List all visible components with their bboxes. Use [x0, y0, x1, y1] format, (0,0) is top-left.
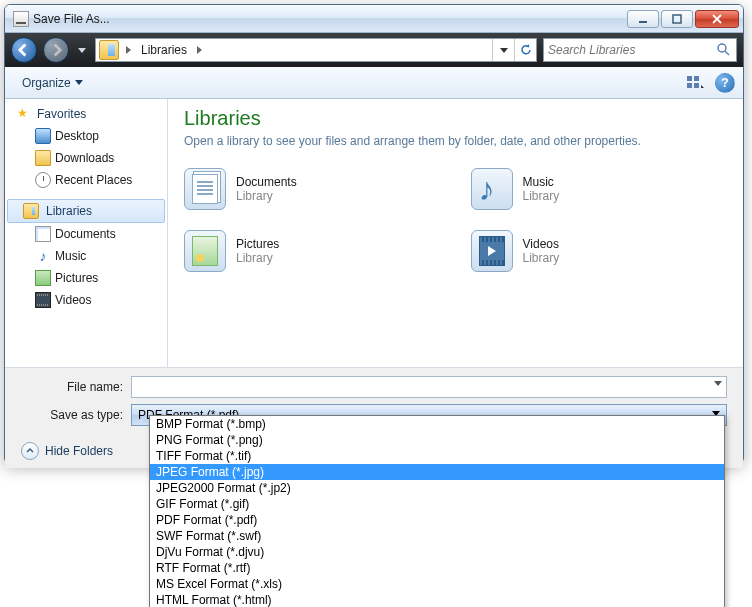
library-documents[interactable]: DocumentsLibrary: [184, 168, 441, 210]
library-videos[interactable]: VideosLibrary: [471, 230, 728, 272]
filename-input[interactable]: [131, 376, 727, 398]
dropdown-option[interactable]: JPEG Format (*.jpg): [150, 464, 724, 480]
videos-library-icon: [471, 230, 513, 272]
minimize-button[interactable]: [627, 10, 659, 28]
dropdown-option[interactable]: SWF Format (*.swf): [150, 528, 724, 544]
back-button[interactable]: [11, 37, 37, 63]
search-icon: [716, 42, 732, 58]
libraries-icon: [99, 40, 119, 60]
recent-icon: [35, 172, 51, 188]
desktop-icon: [35, 128, 51, 144]
forward-button[interactable]: [43, 37, 69, 63]
sidebar-item-recent[interactable]: Recent Places: [5, 169, 167, 191]
sidebar-item-documents[interactable]: Documents: [5, 223, 167, 245]
app-icon: [13, 11, 29, 27]
close-button[interactable]: [695, 10, 739, 28]
sidebar-libraries[interactable]: Libraries: [7, 199, 165, 223]
toolbar: Organize ?: [5, 67, 743, 99]
sidebar-item-music[interactable]: ♪Music: [5, 245, 167, 267]
search-input[interactable]: [548, 43, 716, 57]
dropdown-option[interactable]: GIF Format (*.gif): [150, 496, 724, 512]
sidebar-item-videos[interactable]: Videos: [5, 289, 167, 311]
dropdown-option[interactable]: HTML Format (*.html): [150, 592, 724, 607]
chevron-down-icon[interactable]: [714, 381, 722, 386]
save-file-dialog: Save File As... Libraries Organize: [4, 4, 744, 464]
folder-icon: [35, 150, 51, 166]
svg-rect-7: [694, 76, 699, 81]
documents-library-icon: [184, 168, 226, 210]
music-library-icon: ♪: [471, 168, 513, 210]
breadcrumb-arrow-icon[interactable]: [193, 43, 206, 57]
refresh-button[interactable]: [514, 39, 536, 61]
dropdown-option[interactable]: DjVu Format (*.djvu): [150, 544, 724, 560]
video-icon: [35, 292, 51, 308]
nav-history-button[interactable]: [75, 37, 89, 63]
help-button[interactable]: ?: [715, 73, 735, 93]
svg-point-4: [718, 44, 726, 52]
nav-bar: Libraries: [5, 33, 743, 67]
search-box[interactable]: [543, 38, 737, 62]
content-pane: Libraries Open a library to see your fil…: [168, 99, 743, 367]
breadcrumb-arrow-icon[interactable]: [122, 43, 135, 57]
svg-rect-9: [694, 83, 699, 88]
view-options-button[interactable]: [685, 72, 707, 94]
dropdown-option[interactable]: TIFF Format (*.tif): [150, 448, 724, 464]
dropdown-option[interactable]: RTF Format (*.rtf): [150, 560, 724, 576]
content-subtitle: Open a library to see your files and arr…: [184, 134, 727, 148]
star-icon: ★: [17, 106, 33, 122]
music-icon: ♪: [35, 248, 51, 264]
library-pictures[interactable]: PicturesLibrary: [184, 230, 441, 272]
library-music[interactable]: ♪ MusicLibrary: [471, 168, 728, 210]
svg-line-5: [725, 51, 729, 55]
hide-folders-button[interactable]: Hide Folders: [21, 442, 113, 460]
pictures-library-icon: [184, 230, 226, 272]
organize-button[interactable]: Organize: [13, 71, 92, 95]
dropdown-option[interactable]: PDF Format (*.pdf): [150, 512, 724, 528]
filename-label: File name:: [21, 380, 131, 394]
title-bar[interactable]: Save File As...: [5, 5, 743, 33]
window-title: Save File As...: [33, 12, 625, 26]
dropdown-option[interactable]: JPEG2000 Format (*.jp2): [150, 480, 724, 496]
maximize-button[interactable]: [661, 10, 693, 28]
address-dropdown-button[interactable]: [492, 39, 514, 61]
sidebar-item-desktop[interactable]: Desktop: [5, 125, 167, 147]
sidebar[interactable]: ★Favorites Desktop Downloads Recent Plac…: [5, 99, 168, 367]
content-heading: Libraries: [184, 107, 727, 130]
sidebar-item-pictures[interactable]: Pictures: [5, 267, 167, 289]
svg-rect-6: [687, 76, 692, 81]
dropdown-option[interactable]: MS Excel Format (*.xls): [150, 576, 724, 592]
libraries-icon: [23, 203, 39, 219]
dropdown-option[interactable]: PNG Format (*.png): [150, 432, 724, 448]
saveastype-label: Save as type:: [21, 408, 131, 422]
document-icon: [35, 226, 51, 242]
sidebar-favorites[interactable]: ★Favorites: [5, 103, 167, 125]
address-bar[interactable]: Libraries: [95, 38, 537, 62]
breadcrumb-location[interactable]: Libraries: [135, 43, 193, 57]
dropdown-option[interactable]: BMP Format (*.bmp): [150, 416, 724, 432]
organize-label: Organize: [22, 76, 71, 90]
svg-rect-1: [673, 15, 681, 23]
chevron-down-icon: [75, 80, 83, 85]
sidebar-item-downloads[interactable]: Downloads: [5, 147, 167, 169]
picture-icon: [35, 270, 51, 286]
svg-rect-8: [687, 83, 692, 88]
saveastype-dropdown[interactable]: BMP Format (*.bmp)PNG Format (*.png)TIFF…: [149, 415, 725, 607]
chevron-up-icon: [21, 442, 39, 460]
